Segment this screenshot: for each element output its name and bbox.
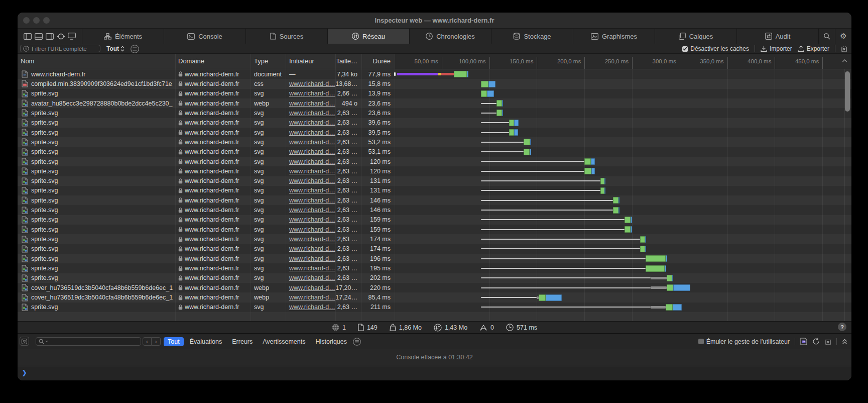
network-request-row[interactable]: sprite.svg www.richard-dern.fr svg www.r… (18, 195, 851, 205)
lock-icon (178, 227, 183, 232)
column-header-duree[interactable]: Durée (344, 57, 391, 65)
network-request-row[interactable]: cover_hu736519dc3b5040cfa48b6b559b6de6ec… (18, 283, 851, 292)
network-request-row[interactable]: css compiled.min.38390909f303624ed9e1cf1… (18, 79, 851, 88)
request-duration: 23,6 ms (331, 98, 391, 108)
network-request-row[interactable]: cover_hu736519dc3b5040cfa48b6b559b6de6ec… (18, 292, 851, 302)
console-scope-erreurs[interactable]: Erreurs (228, 337, 257, 346)
bar-segment-green (666, 304, 673, 311)
network-request-row[interactable]: sprite.svg www.richard-dern.fr svg www.r… (18, 89, 851, 98)
bar-segment-line (481, 161, 585, 162)
dock-bottom-icon[interactable] (35, 33, 43, 40)
search-button[interactable] (818, 29, 835, 44)
tab-calques[interactable]: Calques (655, 29, 736, 44)
request-duration: 77,9 ms (331, 69, 391, 79)
request-duration: 196 ms (331, 254, 391, 263)
emulate-user-gesture-checkbox[interactable]: Émuler le geste de l'utilisateur (698, 338, 790, 345)
column-header-type[interactable]: Type (254, 57, 268, 65)
network-request-row[interactable]: sprite.svg www.richard-dern.fr svg www.r… (18, 108, 851, 118)
request-domain: www.richard-dern.fr (185, 148, 239, 155)
lock-icon (178, 256, 183, 261)
stockage-icon (513, 33, 520, 40)
dock-left-icon[interactable] (24, 33, 32, 40)
request-name: sprite.svg (31, 226, 58, 233)
network-request-row[interactable]: sprite.svg www.richard-dern.fr svg www.r… (18, 215, 851, 225)
clear-console-icon[interactable] (825, 338, 831, 345)
network-request-row[interactable]: sprite.svg www.richard-dern.fr svg www.r… (18, 234, 851, 244)
network-request-row[interactable]: sprite.svg www.richard-dern.fr svg www.r… (18, 273, 851, 283)
network-request-row[interactable]: sprite.svg www.richard-dern.fr svg www.r… (18, 254, 851, 263)
column-header-domaine[interactable]: Domaine (178, 57, 204, 65)
tab-stockage[interactable]: Stockage (491, 29, 573, 44)
bar-segment-green (539, 294, 546, 301)
request-name: sprite.svg (31, 110, 58, 117)
resource-scope-select[interactable]: Tout (106, 45, 125, 52)
clear-network-items-icon[interactable] (841, 45, 847, 52)
network-request-row[interactable]: avatar_hu85ecc3e298728880b0bde2dcc4e5c23… (18, 98, 851, 108)
network-request-row[interactable]: sprite.svg www.richard-dern.fr svg www.r… (18, 147, 851, 157)
tab-audit[interactable]: Audit (736, 29, 818, 44)
refresh-icon[interactable] (812, 338, 820, 345)
vertical-scrollbar[interactable] (845, 71, 850, 112)
column-header-initiateur[interactable]: Initiateur (289, 57, 314, 65)
help-button[interactable]: ? (838, 323, 846, 331)
column-header-nom[interactable]: Nom (21, 57, 34, 65)
tab-reseau[interactable]: Réseau (327, 29, 409, 44)
device-icon[interactable] (68, 33, 76, 40)
network-request-row[interactable]: sprite.svg www.richard-dern.fr svg www.r… (18, 176, 851, 186)
network-request-row[interactable]: sprite.svg www.richard-dern.fr svg www.r… (18, 225, 851, 234)
network-request-row[interactable]: <> www.richard-dern.fr www.richard-dern.… (18, 69, 851, 79)
console-scope-tout[interactable]: Tout (164, 337, 184, 346)
network-request-row[interactable]: sprite.svg www.richard-dern.fr svg www.r… (18, 137, 851, 147)
console-filter-options-icon[interactable] (353, 338, 361, 346)
tab-chronologies[interactable]: Chronologies (409, 29, 491, 44)
lock-icon (178, 305, 183, 310)
tab-label: Graphismes (602, 33, 637, 40)
network-request-row[interactable]: sprite.svg www.richard-dern.fr svg www.r… (18, 205, 851, 215)
collapse-console-icon[interactable] (842, 339, 847, 345)
console-scope-button[interactable] (20, 337, 29, 346)
bar-segment-yellow (438, 73, 441, 75)
clock-icon (506, 324, 514, 331)
network-request-row[interactable]: sprite.svg www.richard-dern.fr svg www.r… (18, 128, 851, 137)
console-prompt-row[interactable]: ❯ (18, 366, 851, 380)
console-search-input[interactable] (36, 337, 141, 346)
bar-segment-white (394, 72, 396, 76)
bar-segment-line (481, 210, 613, 211)
show-console-snippets-icon[interactable]: JS (800, 338, 807, 345)
network-request-row[interactable]: sprite.svg www.richard-dern.fr svg www.r… (18, 166, 851, 176)
url-filter-input[interactable]: Filtrer l'URL complète (20, 45, 100, 52)
scroll-top-icon[interactable] (842, 59, 847, 63)
request-domain: www.richard-dern.fr (185, 245, 239, 252)
bar-segment-green (667, 284, 673, 291)
tab-console[interactable]: Console (164, 29, 245, 44)
export-button[interactable]: Exporter (798, 45, 829, 52)
console-back-button[interactable]: ‹ (143, 337, 152, 346)
tab-elements[interactable]: Éléments (82, 29, 164, 44)
network-request-row[interactable]: sprite.svg www.richard-dern.fr svg www.r… (18, 263, 851, 273)
request-name: www.richard-dern.fr (31, 71, 85, 78)
settings-button[interactable]: ⚙ (835, 29, 851, 44)
element-picker-icon[interactable] (57, 33, 65, 40)
file-image-icon (22, 294, 28, 301)
request-domain: www.richard-dern.fr (185, 284, 239, 291)
filter-options-icon[interactable] (131, 45, 139, 53)
request-type: svg (254, 273, 284, 283)
console-scope-évaluations[interactable]: Évaluations (186, 337, 226, 346)
network-request-row[interactable]: sprite.svg www.richard-dern.fr svg www.r… (18, 303, 851, 312)
tab-graphismes[interactable]: Graphismes (573, 29, 655, 44)
console-forward-button[interactable]: › (152, 337, 161, 346)
bar-segment-blue (530, 149, 531, 155)
search-icon (39, 339, 44, 344)
disable-caches-checkbox[interactable]: Désactiver les caches (682, 45, 749, 52)
request-domain: www.richard-dern.fr (185, 110, 239, 117)
dock-right-icon[interactable] (46, 33, 54, 40)
network-request-row[interactable]: sprite.svg www.richard-dern.fr svg www.r… (18, 186, 851, 195)
network-request-row[interactable]: sprite.svg www.richard-dern.fr svg www.r… (18, 157, 851, 166)
network-request-row[interactable]: sprite.svg www.richard-dern.fr svg www.r… (18, 244, 851, 254)
network-request-row[interactable]: sprite.svg www.richard-dern.fr svg www.r… (18, 118, 851, 128)
import-button[interactable]: Importer (761, 45, 792, 52)
console-scope-historiques[interactable]: Historiques (311, 337, 351, 346)
tab-sources[interactable]: Sources (245, 29, 327, 44)
console-scope-avertissements[interactable]: Avertissements (259, 337, 309, 346)
timeline-tick-mark (442, 57, 442, 69)
